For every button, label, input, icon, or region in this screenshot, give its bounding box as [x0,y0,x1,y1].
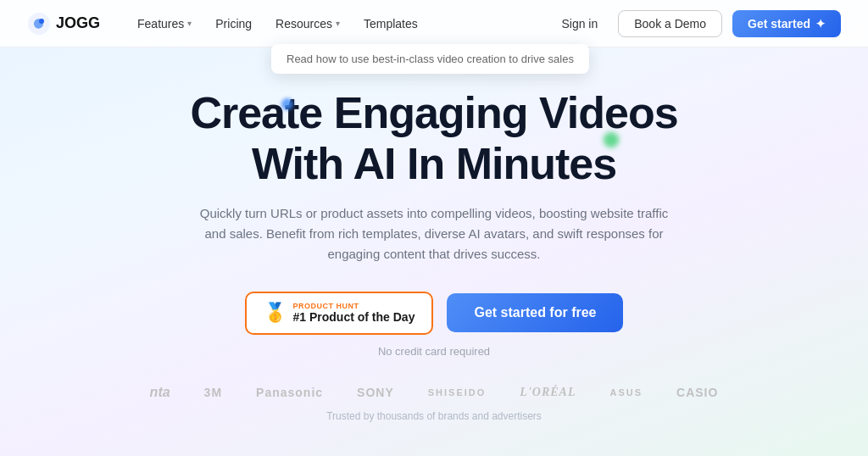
brand-asus: ASUS [609,387,643,398]
hero-subtitle: Quickly turn URLs or product assets into… [188,203,680,264]
blob-blue-decoration [281,98,293,110]
no-credit-text: No credit card required [378,345,490,358]
brand-casio: CASIO [676,386,718,399]
brand-3m: 3M [204,386,222,399]
medal-icon: 🥇 [264,302,287,324]
navbar: JOGG Features ▾ Pricing Resources ▾ Temp… [0,0,868,47]
features-chevron-icon: ▾ [187,19,192,28]
nav-tooltip: Read how to use best-in-class video crea… [271,44,589,74]
brand-shiseido: SHISEIDO [428,387,487,398]
svg-point-1 [39,19,44,24]
ph-label-top: PRODUCT HUNT [293,302,359,311]
nav-right: Sign in Book a Demo Get started ✦ [551,10,841,37]
logo[interactable]: JOGG [27,12,100,36]
brand-sony: SONY [357,386,394,399]
nav-templates[interactable]: Templates [353,12,428,36]
brand-panasonic: Panasonic [256,386,323,399]
ph-label-bottom: #1 Product of the Day [293,310,415,325]
blob-green-decoration [604,132,619,147]
nav-links: Features ▾ Pricing Resources ▾ Templates [127,12,551,36]
brands-row: nta 3M Panasonic SONY SHISEIDO L'ORÉAL A… [150,385,719,400]
brand-nta: nta [150,385,170,400]
sign-in-link[interactable]: Sign in [551,12,608,36]
trusted-text: Trusted by thousands of brands and adver… [326,410,542,422]
logo-text: JOGG [56,14,100,32]
book-demo-button[interactable]: Book a Demo [618,10,722,37]
nav-resources[interactable]: Resources ▾ [265,12,350,36]
nav-features[interactable]: Features ▾ [127,12,202,36]
product-hunt-button[interactable]: 🥇 PRODUCT HUNT #1 Product of the Day [245,292,434,336]
get-started-button[interactable]: Get started ✦ [732,10,841,37]
brand-loreal: L'ORÉAL [520,386,576,399]
spark-icon: ✦ [815,17,826,31]
nav-pricing[interactable]: Pricing [205,12,262,36]
hero-section: Create Engaging Videos With AI In Minute… [0,47,868,442]
get-started-free-button[interactable]: Get started for free [447,293,623,332]
cta-row: 🥇 PRODUCT HUNT #1 Product of the Day Get… [245,292,624,336]
resources-chevron-icon: ▾ [336,19,340,28]
